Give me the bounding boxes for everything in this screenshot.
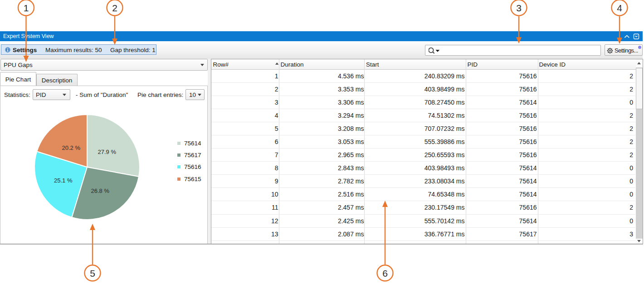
svg-text:5: 5 xyxy=(90,268,95,278)
svg-text:1: 1 xyxy=(24,3,29,13)
svg-text:6: 6 xyxy=(382,268,388,278)
svg-text:2: 2 xyxy=(112,3,117,13)
svg-text:4: 4 xyxy=(617,3,622,13)
svg-text:3: 3 xyxy=(516,3,522,13)
